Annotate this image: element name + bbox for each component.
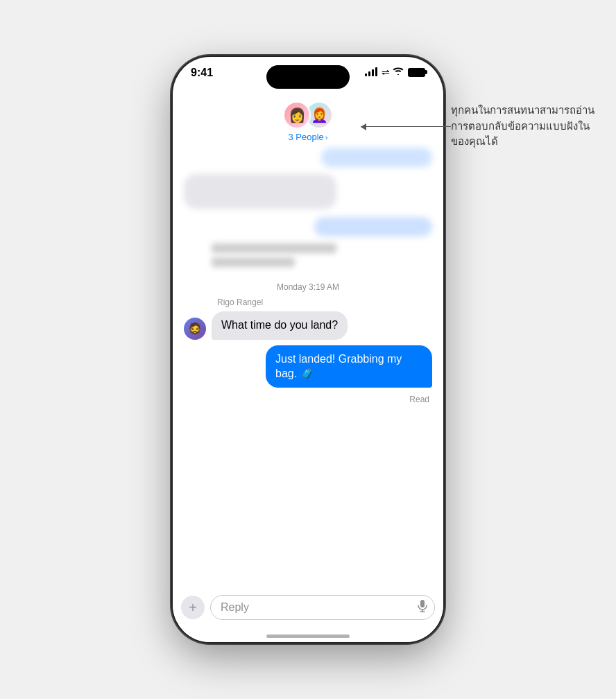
blurred-messages bbox=[173, 148, 443, 271]
chevron-icon: › bbox=[325, 133, 328, 141]
annotation-line bbox=[361, 126, 451, 127]
avatars-row[interactable]: 👩 👩‍🦰 bbox=[283, 101, 333, 129]
chat-header[interactable]: 👩 👩‍🦰 3 People › bbox=[173, 96, 443, 148]
mic-icon[interactable] bbox=[418, 600, 427, 615]
read-status: Read bbox=[184, 395, 429, 404]
sender-name: Rigo Rangel bbox=[217, 297, 432, 307]
add-button[interactable]: + bbox=[181, 596, 205, 619]
wifi-icon: ⇌ bbox=[382, 67, 404, 78]
reply-placeholder: Reply bbox=[221, 601, 249, 614]
dynamic-island bbox=[266, 65, 350, 89]
messages-list: Monday 3:19 AM Rigo Rangel 🧔 What time d… bbox=[173, 277, 443, 404]
incoming-message-row: 🧔 What time do you land? bbox=[184, 311, 432, 340]
outgoing-bubble: Just landed! Grabbing my bag. 🧳 bbox=[266, 345, 432, 388]
status-icons: ⇌ bbox=[365, 67, 425, 78]
message-timestamp: Monday 3:19 AM bbox=[184, 282, 432, 292]
battery-icon bbox=[408, 68, 425, 77]
outgoing-message-row: Just landed! Grabbing my bag. 🧳 bbox=[184, 345, 432, 388]
incoming-bubble: What time do you land? bbox=[212, 311, 348, 340]
input-bar: + Reply bbox=[173, 589, 443, 625]
phone-frame: 9:41 ⇌ bbox=[173, 57, 443, 642]
signal-icon bbox=[365, 68, 377, 76]
scene: 9:41 ⇌ bbox=[0, 0, 616, 699]
reply-input-wrapper[interactable]: Reply bbox=[210, 595, 435, 620]
people-label[interactable]: 3 People › bbox=[289, 132, 328, 142]
svg-rect-0 bbox=[420, 600, 425, 607]
contact-avatar: 🧔 bbox=[184, 318, 206, 340]
messages-content: 👩 👩‍🦰 3 People › bbox=[173, 96, 443, 642]
blurred-bubble-right-1 bbox=[184, 148, 432, 167]
avatar-1: 👩 bbox=[283, 101, 311, 129]
home-indicator bbox=[266, 635, 350, 638]
annotation-text: ทุกคนในการสนทนาสามารถอ่านการตอบกลับข้อคว… bbox=[451, 103, 597, 150]
